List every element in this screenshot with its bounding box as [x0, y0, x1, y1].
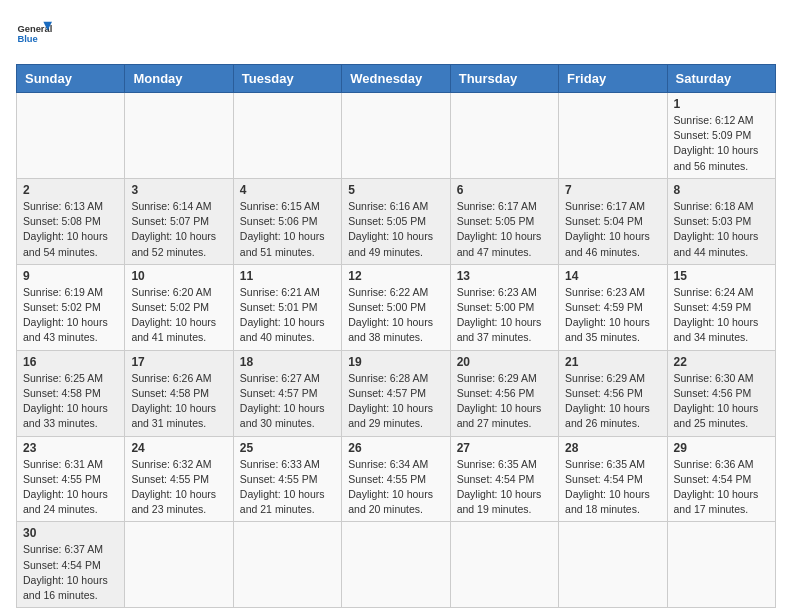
day-number: 1 — [674, 97, 769, 111]
week-row-6: 30Sunrise: 6:37 AMSunset: 4:54 PMDayligh… — [17, 522, 776, 608]
week-row-3: 9Sunrise: 6:19 AMSunset: 5:02 PMDaylight… — [17, 264, 776, 350]
weekday-header-sunday: Sunday — [17, 65, 125, 93]
day-number: 9 — [23, 269, 118, 283]
calendar-cell: 28Sunrise: 6:35 AMSunset: 4:54 PMDayligh… — [559, 436, 667, 522]
day-info: Sunrise: 6:12 AMSunset: 5:09 PMDaylight:… — [674, 113, 769, 174]
day-number: 30 — [23, 526, 118, 540]
weekday-header-saturday: Saturday — [667, 65, 775, 93]
calendar-cell — [342, 522, 450, 608]
day-number: 20 — [457, 355, 552, 369]
calendar-cell: 6Sunrise: 6:17 AMSunset: 5:05 PMDaylight… — [450, 178, 558, 264]
calendar-cell — [125, 93, 233, 179]
day-number: 28 — [565, 441, 660, 455]
calendar-cell: 16Sunrise: 6:25 AMSunset: 4:58 PMDayligh… — [17, 350, 125, 436]
calendar-cell: 7Sunrise: 6:17 AMSunset: 5:04 PMDaylight… — [559, 178, 667, 264]
calendar-cell: 15Sunrise: 6:24 AMSunset: 4:59 PMDayligh… — [667, 264, 775, 350]
day-number: 19 — [348, 355, 443, 369]
calendar-cell: 17Sunrise: 6:26 AMSunset: 4:58 PMDayligh… — [125, 350, 233, 436]
calendar-cell — [667, 522, 775, 608]
calendar-cell — [342, 93, 450, 179]
weekday-header-monday: Monday — [125, 65, 233, 93]
week-row-4: 16Sunrise: 6:25 AMSunset: 4:58 PMDayligh… — [17, 350, 776, 436]
calendar-cell — [125, 522, 233, 608]
calendar-cell: 19Sunrise: 6:28 AMSunset: 4:57 PMDayligh… — [342, 350, 450, 436]
day-info: Sunrise: 6:23 AMSunset: 4:59 PMDaylight:… — [565, 285, 660, 346]
calendar-cell — [233, 93, 341, 179]
day-number: 26 — [348, 441, 443, 455]
calendar-cell — [450, 522, 558, 608]
day-number: 13 — [457, 269, 552, 283]
day-number: 21 — [565, 355, 660, 369]
calendar-cell: 12Sunrise: 6:22 AMSunset: 5:00 PMDayligh… — [342, 264, 450, 350]
day-info: Sunrise: 6:26 AMSunset: 4:58 PMDaylight:… — [131, 371, 226, 432]
calendar-cell — [450, 93, 558, 179]
day-info: Sunrise: 6:22 AMSunset: 5:00 PMDaylight:… — [348, 285, 443, 346]
week-row-2: 2Sunrise: 6:13 AMSunset: 5:08 PMDaylight… — [17, 178, 776, 264]
day-info: Sunrise: 6:33 AMSunset: 4:55 PMDaylight:… — [240, 457, 335, 518]
logo: General Blue — [16, 16, 52, 52]
day-number: 14 — [565, 269, 660, 283]
week-row-5: 23Sunrise: 6:31 AMSunset: 4:55 PMDayligh… — [17, 436, 776, 522]
day-info: Sunrise: 6:24 AMSunset: 4:59 PMDaylight:… — [674, 285, 769, 346]
weekday-header-wednesday: Wednesday — [342, 65, 450, 93]
day-info: Sunrise: 6:29 AMSunset: 4:56 PMDaylight:… — [457, 371, 552, 432]
day-number: 8 — [674, 183, 769, 197]
day-number: 11 — [240, 269, 335, 283]
day-info: Sunrise: 6:17 AMSunset: 5:04 PMDaylight:… — [565, 199, 660, 260]
calendar-cell: 13Sunrise: 6:23 AMSunset: 5:00 PMDayligh… — [450, 264, 558, 350]
day-info: Sunrise: 6:35 AMSunset: 4:54 PMDaylight:… — [565, 457, 660, 518]
day-info: Sunrise: 6:27 AMSunset: 4:57 PMDaylight:… — [240, 371, 335, 432]
day-number: 6 — [457, 183, 552, 197]
calendar-cell: 20Sunrise: 6:29 AMSunset: 4:56 PMDayligh… — [450, 350, 558, 436]
calendar-cell — [559, 93, 667, 179]
calendar-cell: 14Sunrise: 6:23 AMSunset: 4:59 PMDayligh… — [559, 264, 667, 350]
day-info: Sunrise: 6:14 AMSunset: 5:07 PMDaylight:… — [131, 199, 226, 260]
weekday-header-row: SundayMondayTuesdayWednesdayThursdayFrid… — [17, 65, 776, 93]
calendar-cell — [17, 93, 125, 179]
day-number: 25 — [240, 441, 335, 455]
day-number: 3 — [131, 183, 226, 197]
day-number: 2 — [23, 183, 118, 197]
day-info: Sunrise: 6:18 AMSunset: 5:03 PMDaylight:… — [674, 199, 769, 260]
day-info: Sunrise: 6:19 AMSunset: 5:02 PMDaylight:… — [23, 285, 118, 346]
calendar-cell: 21Sunrise: 6:29 AMSunset: 4:56 PMDayligh… — [559, 350, 667, 436]
day-number: 22 — [674, 355, 769, 369]
day-number: 29 — [674, 441, 769, 455]
day-info: Sunrise: 6:16 AMSunset: 5:05 PMDaylight:… — [348, 199, 443, 260]
day-info: Sunrise: 6:23 AMSunset: 5:00 PMDaylight:… — [457, 285, 552, 346]
day-info: Sunrise: 6:25 AMSunset: 4:58 PMDaylight:… — [23, 371, 118, 432]
day-info: Sunrise: 6:15 AMSunset: 5:06 PMDaylight:… — [240, 199, 335, 260]
calendar-cell — [559, 522, 667, 608]
calendar-cell: 23Sunrise: 6:31 AMSunset: 4:55 PMDayligh… — [17, 436, 125, 522]
page-header: General Blue — [16, 16, 776, 52]
logo-icon: General Blue — [16, 16, 52, 52]
day-info: Sunrise: 6:34 AMSunset: 4:55 PMDaylight:… — [348, 457, 443, 518]
day-info: Sunrise: 6:29 AMSunset: 4:56 PMDaylight:… — [565, 371, 660, 432]
calendar-cell: 2Sunrise: 6:13 AMSunset: 5:08 PMDaylight… — [17, 178, 125, 264]
day-info: Sunrise: 6:20 AMSunset: 5:02 PMDaylight:… — [131, 285, 226, 346]
day-number: 23 — [23, 441, 118, 455]
day-number: 16 — [23, 355, 118, 369]
calendar-cell: 5Sunrise: 6:16 AMSunset: 5:05 PMDaylight… — [342, 178, 450, 264]
calendar-cell: 24Sunrise: 6:32 AMSunset: 4:55 PMDayligh… — [125, 436, 233, 522]
day-number: 10 — [131, 269, 226, 283]
calendar-cell: 30Sunrise: 6:37 AMSunset: 4:54 PMDayligh… — [17, 522, 125, 608]
day-number: 27 — [457, 441, 552, 455]
calendar-cell: 22Sunrise: 6:30 AMSunset: 4:56 PMDayligh… — [667, 350, 775, 436]
day-number: 17 — [131, 355, 226, 369]
calendar-table: SundayMondayTuesdayWednesdayThursdayFrid… — [16, 64, 776, 608]
weekday-header-thursday: Thursday — [450, 65, 558, 93]
calendar-cell: 8Sunrise: 6:18 AMSunset: 5:03 PMDaylight… — [667, 178, 775, 264]
day-number: 4 — [240, 183, 335, 197]
day-info: Sunrise: 6:13 AMSunset: 5:08 PMDaylight:… — [23, 199, 118, 260]
calendar-cell: 11Sunrise: 6:21 AMSunset: 5:01 PMDayligh… — [233, 264, 341, 350]
day-number: 18 — [240, 355, 335, 369]
week-row-1: 1Sunrise: 6:12 AMSunset: 5:09 PMDaylight… — [17, 93, 776, 179]
day-info: Sunrise: 6:35 AMSunset: 4:54 PMDaylight:… — [457, 457, 552, 518]
calendar-cell: 4Sunrise: 6:15 AMSunset: 5:06 PMDaylight… — [233, 178, 341, 264]
svg-text:Blue: Blue — [17, 34, 37, 44]
day-info: Sunrise: 6:28 AMSunset: 4:57 PMDaylight:… — [348, 371, 443, 432]
calendar-cell: 9Sunrise: 6:19 AMSunset: 5:02 PMDaylight… — [17, 264, 125, 350]
weekday-header-friday: Friday — [559, 65, 667, 93]
calendar-cell: 1Sunrise: 6:12 AMSunset: 5:09 PMDaylight… — [667, 93, 775, 179]
